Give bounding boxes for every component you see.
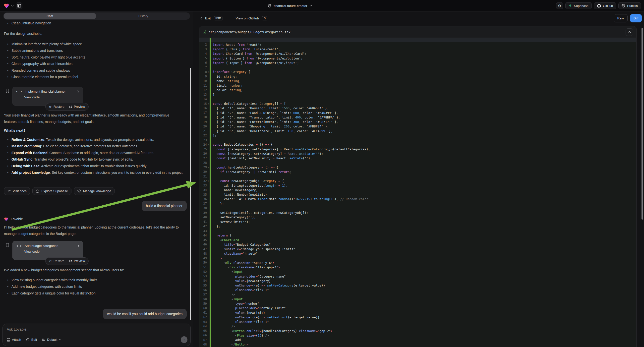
code-line: 34 name: newCategory, [200, 188, 636, 192]
code-line: 12 color: string; [200, 88, 636, 92]
code-line: 6import { Input } from '@/components/ui/… [200, 60, 636, 65]
lovable-logo-icon[interactable] [4, 3, 9, 8]
send-button[interactable]: ↑ [181, 336, 188, 343]
preview-button[interactable]: Preview [67, 103, 87, 110]
file-header[interactable]: src/components/budget/BudgetCategories.t… [200, 26, 636, 38]
code-icon: < > [16, 244, 22, 248]
user-message: would be cool if you could add budget ca… [103, 309, 187, 319]
assistant-header: Lovable ··· [4, 217, 188, 221]
code-line: 59 type="number" [200, 302, 636, 306]
restore-icon: ↺ [49, 260, 52, 263]
list-item: GitHub Sync: Transfer your project's cod… [4, 156, 188, 162]
code-line: 50 <div className="space-y-6"> [200, 260, 636, 265]
visit-docs-button[interactable]: Visit docs [4, 187, 30, 195]
code-line: 60 placeholder="Monthly limit" [200, 306, 636, 310]
code-line: 43 [200, 229, 636, 233]
code-line: 22]; [200, 133, 636, 138]
list-item: Minimalist interface with plenty of whit… [4, 41, 181, 47]
list-item: Glass-morphic elements for a premium fee… [4, 74, 181, 80]
esc-key-badge: ESC [214, 16, 223, 20]
code-line: 36 color: '#' + Math.floor(Math.random()… [200, 197, 636, 202]
code-line: 26 const [newCategory, setNewCategory] =… [200, 151, 636, 156]
version-card-add-budget-categories[interactable]: < > Add budget categories View code ↺ Re… [12, 241, 83, 260]
view-code-link[interactable]: View code [24, 95, 79, 99]
external-link-icon [69, 105, 72, 108]
edit-button[interactable]: Edit [26, 338, 37, 342]
code-line: 3import { Plus } from 'lucide-react'; [200, 47, 636, 52]
code-line: 39 setCategories([...categories, newCate… [200, 210, 636, 215]
view-on-github-button[interactable]: View on GitHub [236, 16, 259, 20]
code-line: 33 id: String(categories.length + 1), [200, 183, 636, 188]
publish-button[interactable]: Publish [618, 2, 641, 9]
code-line: 23 [200, 138, 636, 142]
graduation-cap-icon [78, 190, 81, 193]
next-steps-list: Refine & Customize: Tweak the design, an… [4, 136, 188, 176]
view-code-link[interactable]: View code [24, 250, 79, 254]
sidebar-toggle-button[interactable] [16, 2, 22, 9]
explore-supabase-button[interactable]: Explore Supabase [32, 187, 71, 195]
code-line: 25 const [categories, setCategories] = R… [200, 147, 636, 151]
code-line: 61 value={newLimit} [200, 310, 636, 315]
added-bullet-list: View existing budget categories with the… [4, 277, 181, 296]
code-scrollbar[interactable] [642, 28, 643, 220]
settings-button[interactable]: ⚙ [556, 2, 563, 9]
chat-input[interactable] [7, 327, 186, 331]
code-line: 1 [200, 38, 636, 42]
code-line: 45 <ChartCard [200, 238, 636, 242]
chevron-right-icon [78, 90, 79, 93]
code-line: 21 { id: '6', name: 'Healthcare', limit:… [200, 129, 636, 133]
code-line: 63 className="flex-1" [200, 320, 636, 324]
restore-button[interactable]: ↺ Restore [47, 103, 67, 110]
chevron-down-icon[interactable] [11, 5, 14, 6]
github-button[interactable]: GitHub [594, 2, 616, 9]
exit-button[interactable]: Exit [205, 16, 211, 20]
attach-button[interactable]: Attach [7, 338, 21, 342]
code-line: 14 [200, 97, 636, 101]
version-card-title: Add budget categories [25, 244, 58, 248]
collapse-file-button[interactable] [626, 28, 633, 36]
code-line: 15∨const defaultCategories: Category[] =… [200, 102, 636, 106]
code-line: 4import ChartCard from '@/components/ui/… [200, 52, 636, 56]
lovable-heart-icon [4, 217, 8, 221]
list-item: Subtle animations and transitions [4, 47, 181, 54]
gear-icon: ⚙ [558, 4, 561, 8]
bookmark-icon[interactable] [6, 243, 9, 248]
supabase-button[interactable]: Supabase [565, 2, 592, 9]
code-line: 58 <Input [200, 297, 636, 301]
code-line: 68 </Button> [200, 342, 636, 347]
code-toolbar: Exit ESC View on GitHub G Raw Diff [193, 12, 644, 25]
more-options-icon[interactable]: ··· [177, 216, 182, 221]
code-line: 7 [200, 65, 636, 70]
chevron-left-icon[interactable] [200, 17, 202, 20]
code-line: 42 }; [200, 224, 636, 228]
version-card-implement-financial-planner[interactable]: < > Implement financial planner View cod… [12, 87, 83, 106]
mode-select[interactable]: Default [42, 338, 61, 342]
external-link-icon [69, 260, 72, 263]
quick-actions-row: Visit docs Explore Supabase Manage knowl… [4, 187, 181, 195]
list-item: Clean typography with clear hierarchies [4, 60, 181, 67]
restore-button[interactable]: ↺ Restore [47, 258, 67, 264]
list-item: Clean, intuitive navigation [4, 20, 181, 26]
code-line: 65 <Button onClick={handleAddCategory} c… [200, 328, 636, 333]
chat-scrollbar[interactable] [190, 68, 191, 320]
tab-chat[interactable]: Chat [4, 13, 96, 19]
diff-toggle-button[interactable]: Diff [630, 14, 642, 22]
code-line: 56 className="flex-1" [200, 288, 636, 292]
code-line: 66 <Plus size={16} /> [200, 333, 636, 338]
list-item: Add project knowledge: Set key context o… [4, 169, 188, 176]
manage-knowledge-button[interactable]: Manage knowledge [74, 187, 115, 195]
code-line: 28 [200, 160, 636, 165]
code-line: 16 { id: '1', name: 'Housing', limit: 15… [200, 106, 636, 110]
raw-toggle-button[interactable]: Raw [614, 14, 628, 22]
preview-button[interactable]: Preview [67, 258, 87, 264]
chevron-down-icon [59, 339, 61, 340]
code-line: 9 id: string; [200, 74, 636, 79]
supabase-icon [568, 4, 572, 8]
chat-panel: Chat History Clean, intuitive navigation… [0, 12, 193, 347]
bookmark-icon[interactable] [6, 88, 9, 93]
project-switcher[interactable]: financial-future-creator [268, 0, 312, 12]
code-line: 27 const [newLimit, setNewLimit] = React… [200, 156, 636, 160]
file-diff-card: src/components/budget/BudgetCategories.t… [199, 26, 636, 347]
top-bar: financial-future-creator ⚙ Supabase GitH… [0, 0, 644, 12]
tab-history[interactable]: History [97, 13, 190, 19]
